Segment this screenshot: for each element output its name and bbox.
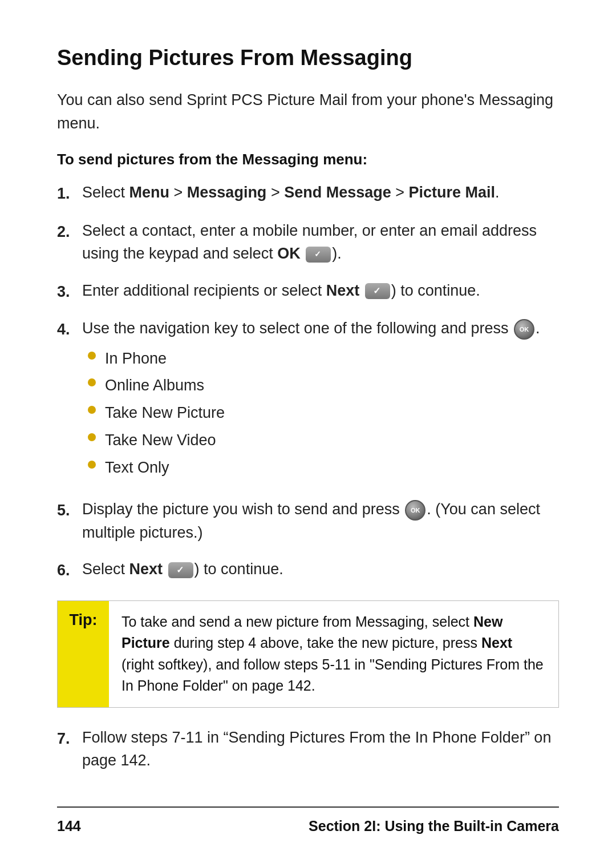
step-number-5: 5.	[57, 498, 82, 522]
page-title: Sending Pictures From Messaging	[57, 46, 559, 70]
step-6: 6. Select Next ✓ ) to continue.	[57, 558, 559, 582]
bullet-label: Text Only	[105, 457, 169, 479]
next-button-icon-step3: ✓	[365, 283, 390, 299]
step-4: 4. Use the navigation key to select one …	[57, 317, 559, 484]
steps-list: 1. Select Menu > Messaging > Send Messag…	[57, 181, 559, 582]
step-3: 3. Enter additional recipients or select…	[57, 279, 559, 304]
section-label: To send pictures from the Messaging menu…	[57, 151, 559, 168]
step-content-4: Use the navigation key to select one of …	[82, 317, 559, 484]
steps-list-2: 7. Follow steps 7-11 in “Sending Picture…	[57, 726, 559, 772]
tip-content: To take and send a new picture from Mess…	[109, 601, 558, 707]
step-number-2: 2.	[57, 219, 82, 244]
ok-button-icon: ✓	[306, 247, 331, 263]
step-1: 1. Select Menu > Messaging > Send Messag…	[57, 181, 559, 205]
step-7: 7. Follow steps 7-11 in “Sending Picture…	[57, 726, 559, 772]
next-button-icon-step6: ✓	[168, 562, 193, 578]
step-content-7: Follow steps 7-11 in “Sending Pictures F…	[82, 726, 559, 772]
step-content-3: Enter additional recipients or select Ne…	[82, 279, 559, 303]
step-number-7: 7.	[57, 726, 82, 751]
bullet-dot	[88, 352, 96, 360]
bullet-dot	[88, 406, 96, 414]
bullet-dot	[88, 433, 96, 441]
bullet-item-take-new-video: Take New Video	[88, 430, 559, 451]
bullet-item-online-albums: Online Albums	[88, 375, 559, 397]
footer-section-title: Section 2I: Using the Built-in Camera	[309, 818, 559, 834]
intro-text: You can also send Sprint PCS Picture Mai…	[57, 88, 559, 135]
step-content-5: Display the picture you wish to send and…	[82, 498, 559, 544]
step-content-6: Select Next ✓ ) to continue.	[82, 558, 559, 581]
bullet-label: Online Albums	[105, 375, 204, 397]
bullet-dot	[88, 461, 96, 469]
bullet-label: In Phone	[105, 348, 167, 370]
step-number-6: 6.	[57, 558, 82, 582]
nav-ok-icon-step5: OK	[405, 500, 425, 521]
tip-box: Tip: To take and send a new picture from…	[57, 600, 559, 708]
tip-label-text: Tip:	[70, 611, 98, 629]
bullet-item-text-only: Text Only	[88, 457, 559, 479]
step-content-1: Select Menu > Messaging > Send Message >…	[82, 181, 559, 204]
footer-page-number: 144	[57, 818, 81, 834]
step-number-4: 4.	[57, 317, 82, 341]
step-content-2: Select a contact, enter a mobile number,…	[82, 219, 559, 265]
nav-ok-icon-step4: OK	[514, 319, 534, 340]
tip-label: Tip:	[58, 601, 109, 707]
step-number-1: 1.	[57, 181, 82, 205]
step-number-3: 3.	[57, 279, 82, 304]
step-2: 2. Select a contact, enter a mobile numb…	[57, 219, 559, 265]
next-icon-label: ✓	[373, 284, 380, 298]
bullet-dot	[88, 378, 96, 386]
bullet-item-take-new-picture: Take New Picture	[88, 402, 559, 424]
step-5: 5. Display the picture you wish to send …	[57, 498, 559, 544]
bullet-label: Take New Picture	[105, 402, 225, 424]
ok-check: ✓	[314, 248, 321, 260]
next-icon-label: ✓	[176, 563, 184, 577]
bullet-item-in-phone: In Phone	[88, 348, 559, 370]
bullet-label: Take New Video	[105, 430, 216, 451]
page-footer: 144 Section 2I: Using the Built-in Camer…	[57, 806, 559, 834]
bullet-list: In Phone Online Albums Take New Picture …	[88, 348, 559, 479]
